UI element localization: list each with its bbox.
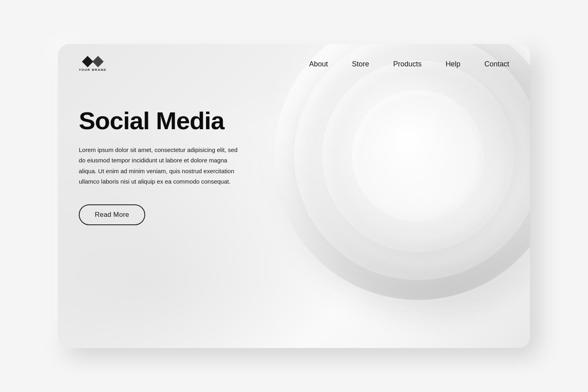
logo-diamond-right: [92, 56, 103, 67]
sphere-inner: [352, 90, 484, 222]
nav-link-help[interactable]: Help: [446, 60, 460, 68]
sphere-ring-1: [294, 44, 530, 280]
navbar: YOUR BRAND About Store Products Help Con…: [58, 44, 530, 72]
nav-links: About Store Products Help Contact: [309, 60, 509, 68]
nav-link-store[interactable]: Store: [352, 60, 369, 68]
nav-item-help[interactable]: Help: [446, 60, 460, 68]
hero-section: Social Media Lorem ipsum dolor sit amet,…: [58, 72, 266, 225]
nav-item-products[interactable]: Products: [393, 60, 422, 68]
nav-link-about[interactable]: About: [309, 60, 328, 68]
brand-name: YOUR BRAND: [79, 68, 106, 72]
read-more-button[interactable]: Read More: [79, 204, 145, 225]
hero-title: Social Media: [79, 108, 245, 134]
brand-logo: [83, 57, 103, 66]
brand: YOUR BRAND: [79, 57, 106, 72]
hero-body: Lorem ipsum dolor sit amet, consectetur …: [79, 145, 245, 187]
nav-link-products[interactable]: Products: [393, 60, 422, 68]
nav-item-about[interactable]: About: [309, 60, 328, 68]
sphere-decoration: [274, 44, 530, 300]
nav-item-store[interactable]: Store: [352, 60, 369, 68]
sphere-outer-ring: [274, 44, 530, 300]
nav-link-contact[interactable]: Contact: [484, 60, 509, 68]
nav-item-contact[interactable]: Contact: [484, 60, 509, 68]
page-wrapper: YOUR BRAND About Store Products Help Con…: [0, 0, 588, 392]
main-card: YOUR BRAND About Store Products Help Con…: [58, 44, 530, 348]
sphere-ring-2: [322, 60, 514, 252]
logo-diamond-left: [82, 56, 93, 67]
